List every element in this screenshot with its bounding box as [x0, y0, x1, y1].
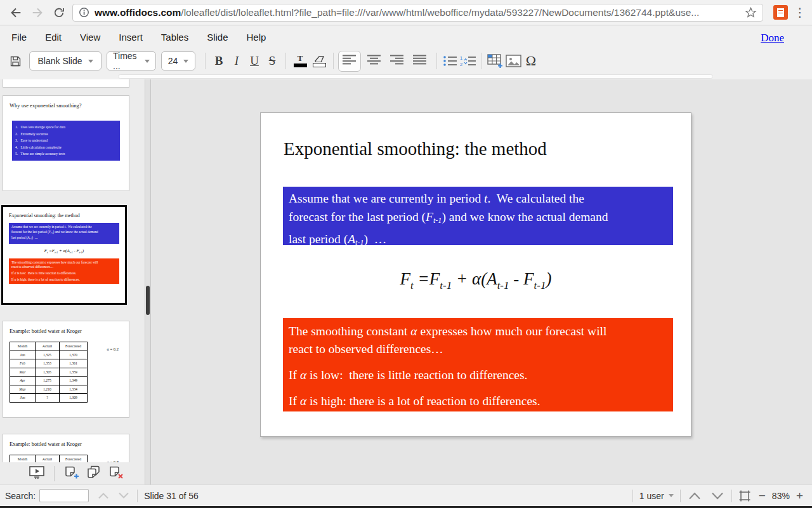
- justify-icon: [413, 55, 427, 65]
- browser-chrome: www.offidocs.com/loleaflet/dist/loleafle…: [0, 0, 812, 25]
- duplicate-slide-button[interactable]: [86, 465, 102, 483]
- insert-table-button[interactable]: [487, 51, 504, 71]
- forward-button[interactable]: [27, 2, 48, 23]
- numbered-list-button[interactable]: 12: [459, 51, 477, 71]
- menu-help[interactable]: Help: [247, 32, 266, 43]
- current-slide[interactable]: Exponential smoothing: the method Assume…: [260, 112, 691, 437]
- slide-thumbnail-method-selected[interactable]: Exponential smoothing: the method Assume…: [1, 205, 127, 305]
- fit-to-screen-button[interactable]: [738, 490, 751, 502]
- browser-menu-icon[interactable]: ⋮: [793, 5, 807, 20]
- new-slide-icon: [64, 465, 80, 480]
- align-left-button[interactable]: [338, 51, 361, 72]
- slide-formula[interactable]: Ft =Ft-1 + α(At-1 - Ft-1): [261, 269, 691, 292]
- previous-slide-button[interactable]: [687, 491, 702, 500]
- users-dropdown[interactable]: 1 user: [639, 491, 674, 501]
- app-window: www.offidocs.com/loleaflet/dist/loleafle…: [0, 0, 812, 508]
- thumb-title: Example: bottled water at Kroger: [10, 441, 129, 447]
- address-bar[interactable]: www.offidocs.com/loleaflet/dist/loleafle…: [72, 4, 763, 22]
- delete-slide-button[interactable]: [108, 465, 124, 483]
- back-button[interactable]: [5, 2, 27, 23]
- menu-view[interactable]: View: [80, 32, 100, 43]
- chevron-down-icon: [710, 491, 725, 500]
- search-next-button[interactable]: [117, 491, 131, 500]
- slide-blue-textbox[interactable]: Assume that we are currently in period t…: [283, 187, 673, 245]
- save-button[interactable]: [6, 51, 24, 71]
- search-prev-button[interactable]: [96, 491, 110, 500]
- thumb-title: Why use exponential smoothing?: [10, 102, 129, 109]
- font-color-button[interactable]: T: [291, 51, 310, 71]
- numbered-list-icon: 12: [460, 55, 476, 67]
- toolbar-separator: [333, 53, 334, 69]
- highlight-color-icon: [310, 55, 329, 67]
- new-slide-button[interactable]: [64, 465, 80, 483]
- start-presentation-button[interactable]: [29, 465, 44, 482]
- url-path: /loleaflet/dist/loleaflet.html?file_path…: [181, 7, 699, 18]
- thumb-title: Exponential smoothing: the method: [9, 213, 125, 218]
- statusbar-separator: [680, 490, 681, 502]
- slide-canvas[interactable]: Exponential smoothing: the method Assume…: [151, 79, 812, 485]
- justify-button[interactable]: [409, 51, 431, 71]
- font-color-icon: T: [291, 55, 310, 67]
- menu-file[interactable]: File: [11, 32, 27, 43]
- editor-header: File Edit View Insert Tables Slide Help …: [0, 25, 812, 79]
- highlight-color-button[interactable]: [310, 51, 329, 71]
- thumb-blue-box: Assume that we are currently in period t…: [9, 223, 119, 244]
- align-center-button[interactable]: [363, 51, 385, 71]
- vertical-scrollbar-thumb[interactable]: [146, 286, 150, 315]
- thumb-red-box: The smoothing constant α expresses how m…: [9, 258, 119, 284]
- page-info-icon[interactable]: [79, 7, 89, 18]
- url-host: www.offidocs.com: [95, 7, 181, 18]
- back-icon: [9, 6, 23, 20]
- insert-image-button[interactable]: [504, 51, 522, 71]
- menu-edit[interactable]: Edit: [45, 32, 62, 43]
- toolbar-scrollbar[interactable]: [118, 74, 713, 79]
- chevron-down-icon: [117, 491, 131, 500]
- font-name-value: Times ...: [113, 51, 139, 71]
- statusbar-separator: [731, 490, 732, 502]
- zoom-in-button[interactable]: +: [796, 490, 803, 502]
- underline-button[interactable]: U: [246, 51, 263, 71]
- done-link[interactable]: Done: [761, 32, 784, 44]
- zoom-level: 83%: [772, 491, 790, 501]
- chevron-down-icon: [669, 494, 674, 497]
- slide-thumbnail-partial-top[interactable]: [3, 79, 129, 88]
- bookmark-star-icon[interactable]: [745, 6, 757, 18]
- insert-image-icon: [506, 55, 521, 67]
- menu-slide[interactable]: Slide: [207, 32, 228, 43]
- align-left-icon: [343, 55, 357, 65]
- slide-panel: Why use exponential smoothing? 1. Uses l…: [0, 79, 145, 485]
- strikethrough-button[interactable]: S: [263, 51, 281, 71]
- bullet-list-button[interactable]: [442, 51, 459, 71]
- zoom-out-button[interactable]: −: [759, 490, 766, 502]
- main-area: Why use exponential smoothing? 1. Uses l…: [0, 79, 812, 485]
- thumb-data-table: MonthActualForecasted Jan1,3251,370 Feb1…: [10, 342, 88, 403]
- slide-layout-value: Blank Slide: [37, 56, 82, 66]
- strikethrough-icon: S: [264, 54, 281, 68]
- forward-icon: [30, 6, 44, 20]
- delete-slide-icon: [108, 465, 124, 480]
- font-name-dropdown[interactable]: Times ...: [107, 51, 156, 70]
- users-count: 1 user: [639, 491, 664, 501]
- thumb-alpha-note: α = 0.2: [107, 347, 119, 351]
- slide-tools-bar: [0, 462, 145, 485]
- statusbar-separator: [632, 490, 633, 502]
- reload-button[interactable]: [48, 2, 70, 23]
- align-right-button[interactable]: [386, 51, 408, 71]
- thumb-blue-box: 1. Uses less storage space for data 2. E…: [12, 121, 120, 161]
- bold-button[interactable]: B: [210, 51, 228, 71]
- next-slide-button[interactable]: [710, 491, 725, 500]
- special-character-button[interactable]: Ω: [522, 51, 540, 71]
- search-input[interactable]: [39, 489, 89, 502]
- menu-insert[interactable]: Insert: [119, 32, 143, 43]
- slide-thumbnail-why-use[interactable]: Why use exponential smoothing? 1. Uses l…: [3, 95, 129, 191]
- slide-layout-dropdown[interactable]: Blank Slide: [29, 51, 102, 70]
- fit-screen-icon: [738, 490, 751, 502]
- offidocs-extension-icon[interactable]: [773, 5, 788, 20]
- menu-tables[interactable]: Tables: [161, 32, 188, 43]
- font-size-dropdown[interactable]: 24: [161, 51, 195, 70]
- slide-red-textbox[interactable]: The smoothing constant α expresses how m…: [283, 318, 673, 411]
- chevron-down-icon: [88, 60, 93, 63]
- italic-button[interactable]: I: [228, 51, 246, 71]
- slide-thumbnail-example-kroger-1[interactable]: Example: bottled water at Kroger MonthAc…: [3, 321, 129, 418]
- thumb-formula: Ft =Ft-1 + α(At-1 - Ft-1): [3, 248, 125, 254]
